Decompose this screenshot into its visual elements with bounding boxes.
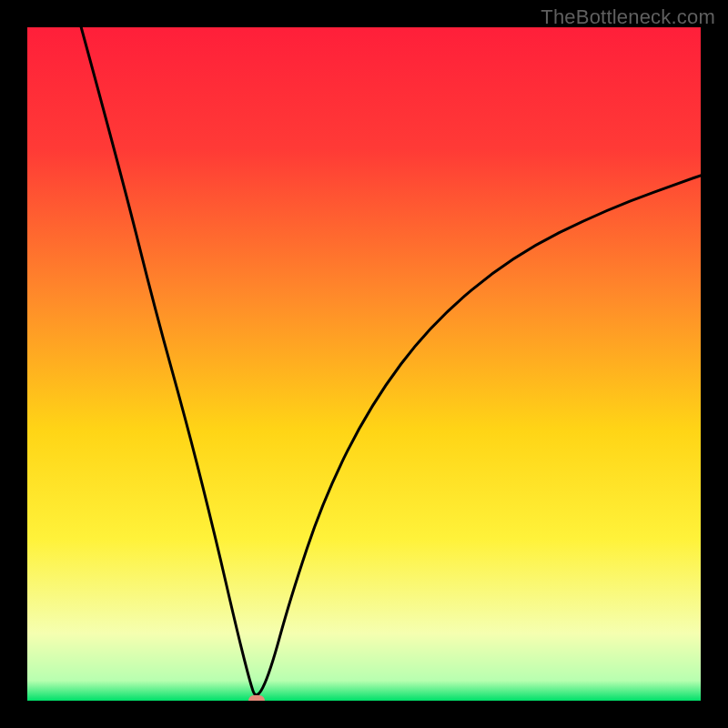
- curve-line: [27, 27, 701, 701]
- chart-frame: TheBottleneck.com: [0, 0, 728, 728]
- watermark-text: TheBottleneck.com: [541, 5, 715, 29]
- minimum-marker: [248, 695, 265, 701]
- plot-area: [27, 27, 701, 701]
